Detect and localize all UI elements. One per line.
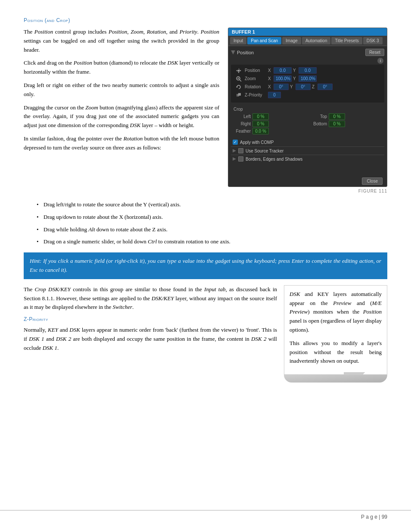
bullet-list: Drag left/right to rotate the source abo… <box>37 200 387 246</box>
crop-top-row: Top 0 % <box>310 113 382 120</box>
hint-text: Hint: If you click a numeric field (or r… <box>30 258 381 273</box>
position-grid: Position X 0.0 Y 0.0 <box>231 65 384 103</box>
tab-dsk3[interactable]: DSK 3 <box>363 37 383 44</box>
svg-marker-1 <box>238 72 240 73</box>
tab-pan-scan[interactable]: Pan and Scan <box>247 37 281 44</box>
tab-input[interactable]: Input <box>230 37 246 44</box>
crop-right-field[interactable]: 0 % <box>252 121 269 127</box>
para2: Click and drag on the Position button (d… <box>24 59 219 77</box>
tab-automation[interactable]: Automation <box>302 37 331 44</box>
borders-expand[interactable] <box>233 157 236 161</box>
crop-section: Crop Left 0 % Top 0 % Right <box>231 105 384 136</box>
buffer-panel: BUFFER 1 Input Pan and Scan Image Automa… <box>228 28 387 187</box>
zpriority-row: Z-Priority 0 <box>234 92 381 98</box>
note-box-wrap: DSK and KEY layers automatically appear … <box>284 285 387 383</box>
note-box-fold <box>284 375 387 383</box>
zoom-row: Zoom X 100.0% Y 100.0% <box>234 75 381 82</box>
crop-feather-row: Feather 0.0 % <box>234 128 305 134</box>
crop-para: The Crop DSK/KEY controls in this group … <box>24 285 277 312</box>
svg-point-4 <box>238 70 240 72</box>
crop-right-label: Right <box>234 121 251 126</box>
position-row-label: Position <box>245 68 266 73</box>
para1: The Position control group includes Posi… <box>24 28 219 54</box>
crop-title: Crop <box>234 107 382 112</box>
note-box: DSK and KEY layers automatically appear … <box>284 285 387 375</box>
position-icon <box>234 68 243 74</box>
apply-comp-label: Apply with COMP <box>240 140 274 145</box>
position-section-header: Position Reset <box>231 49 384 56</box>
position-xy-fields: X 0.0 Y 0.0 <box>268 67 317 74</box>
crop-top-label: Top <box>310 114 327 119</box>
svg-marker-2 <box>236 70 238 72</box>
source-tracker-expand[interactable] <box>233 149 236 152</box>
zoom-x-label: X <box>268 76 272 81</box>
tab-image[interactable]: Image <box>282 37 301 44</box>
svg-marker-3 <box>240 70 241 72</box>
position-toggle-icon <box>231 50 235 55</box>
zoom-y-field[interactable]: 100.0% <box>299 75 317 82</box>
zoom-xy-fields: X 100.0% Y 100.0% <box>268 75 317 82</box>
svg-line-6 <box>240 80 241 81</box>
position-row: Position X 0.0 Y 0.0 <box>234 67 381 74</box>
tab-title-presets[interactable]: Title Presets <box>331 37 362 44</box>
svg-marker-9 <box>236 86 238 87</box>
panel-column: BUFFER 1 Input Pan and Scan Image Automa… <box>228 28 387 193</box>
crop-left-field[interactable]: 0 % <box>252 113 269 120</box>
zpriority-row-label: Z-Priority <box>245 93 266 97</box>
crop-feather-field[interactable]: 0.0 % <box>252 128 269 134</box>
zpriority-icon <box>234 92 243 98</box>
apply-comp-row: ✓ Apply with COMP <box>231 138 384 146</box>
page-footer: P a g e | 99 <box>0 510 411 523</box>
rotation-x-field[interactable]: 0° <box>274 84 289 90</box>
figure-label: FIGURE 111 <box>228 189 387 193</box>
crop-feather-label: Feather <box>234 129 251 134</box>
position-y-field[interactable]: 0.0 <box>299 67 317 74</box>
apply-comp-checkbox[interactable]: ✓ <box>233 140 238 145</box>
rotation-z-field[interactable]: 0° <box>318 84 333 90</box>
bottom-section: The Crop DSK/KEY controls in this group … <box>24 285 387 383</box>
crop-bottom-label: Bottom <box>310 121 327 126</box>
zpriority-field[interactable]: 0 <box>268 92 281 98</box>
zoom-x-field[interactable]: 100.0% <box>274 75 292 82</box>
bullet-3: Drag while holding Alt down to rotate ab… <box>37 225 387 234</box>
borders-label: Borders, Edges and Shadows <box>246 157 302 162</box>
bottom-left: The Crop DSK/KEY controls in this group … <box>24 285 277 383</box>
crop-right-row: Right 0 % <box>234 121 305 127</box>
info-circle[interactable]: i <box>377 58 383 64</box>
page-number: P a g e | 99 <box>361 514 387 520</box>
hint-box: Hint: If you click a numeric field (or r… <box>24 252 387 279</box>
y-axis-label: Y <box>293 68 297 73</box>
rot-x-label: X <box>268 84 272 89</box>
crop-top-field[interactable]: 0 % <box>329 113 345 120</box>
note-para1: DSK and KEY layers automatically appear … <box>290 290 382 335</box>
use-source-tracker-row: Use Source Tracker <box>231 146 384 155</box>
rotation-y-field[interactable]: 0° <box>296 84 311 90</box>
rotation-row: Rotation X 0° Y 0° Z 0° <box>234 84 381 90</box>
close-button[interactable]: Close <box>362 177 383 185</box>
position-label: Position <box>237 50 254 55</box>
note-para2: This allows you to modify a layer's posi… <box>290 339 382 366</box>
crop-bottom-row: Bottom 0 % <box>310 121 382 127</box>
rot-z-label: Z <box>312 84 316 89</box>
crop-left-label: Left <box>234 114 251 119</box>
source-tracker-checkbox[interactable] <box>238 148 243 153</box>
bullet-4: Drag on a single numeric slider, or hold… <box>37 237 387 246</box>
zoom-icon <box>234 76 243 82</box>
panel-body: Position Reset i <box>228 46 387 178</box>
rotation-row-label: Rotation <box>245 84 266 89</box>
crop-left-row: Left 0 % <box>234 113 305 120</box>
reset-button[interactable]: Reset <box>365 49 384 56</box>
zpriority-heading: Z-Priority <box>24 316 277 322</box>
bullet-2: Drag up/down to rotate about the X (hori… <box>37 213 387 222</box>
crop-grid: Left 0 % Top 0 % Right 0 % <box>234 113 382 134</box>
position-toggle[interactable]: Position <box>231 50 254 55</box>
buffer-tabs: Input Pan and Scan Image Automation Titl… <box>228 36 387 46</box>
svg-marker-0 <box>239 68 240 70</box>
borders-row: Borders, Edges and Shadows <box>231 155 384 163</box>
svg-rect-11 <box>238 93 241 96</box>
source-tracker-label: Use Source Tracker <box>246 149 283 153</box>
crop-bottom-field[interactable]: 0 % <box>329 121 345 127</box>
position-x-field[interactable]: 0.0 <box>274 67 292 74</box>
rotation-icon <box>234 84 243 90</box>
borders-checkbox[interactable] <box>238 156 243 162</box>
